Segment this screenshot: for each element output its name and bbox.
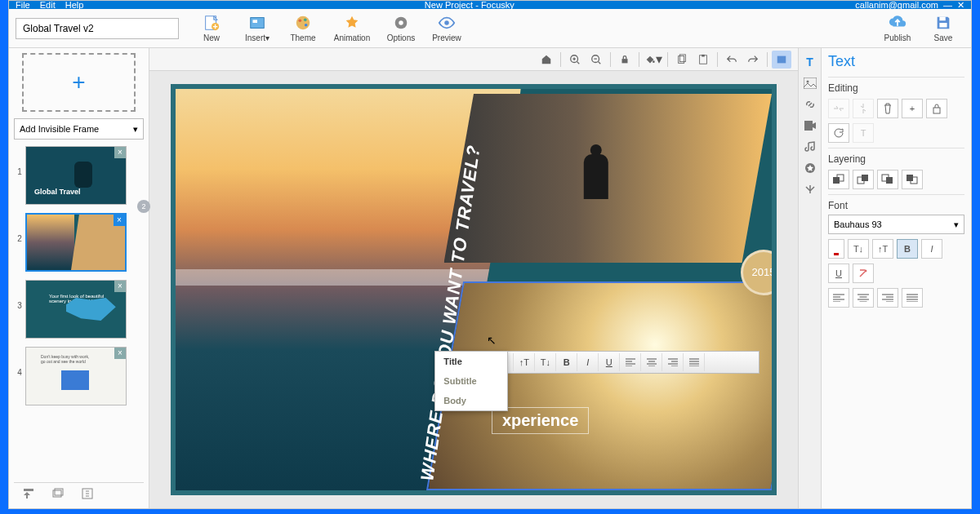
align-right-icon[interactable] xyxy=(662,353,684,371)
menu-edit[interactable]: Edit xyxy=(40,1,56,9)
svg-rect-27 xyxy=(804,121,813,131)
align-justify-button[interactable] xyxy=(902,288,923,308)
train-image[interactable] xyxy=(444,94,772,263)
text-tool-icon[interactable]: T xyxy=(801,53,819,71)
thumb-close-icon[interactable]: × xyxy=(114,147,126,158)
svg-rect-23 xyxy=(702,54,705,56)
slide-thumbnail-3[interactable]: × Your first look of beautiful scenery i… xyxy=(25,280,127,339)
close-icon[interactable]: ✕ xyxy=(957,1,964,9)
bold-button[interactable]: B xyxy=(897,239,918,259)
flip-v-icon[interactable] xyxy=(853,99,874,118)
save-button[interactable]: Save xyxy=(922,11,964,47)
insert-button[interactable]: Insert▾ xyxy=(236,11,278,47)
slide-thumbnail-4[interactable]: × Don't keep busy with work, go out and … xyxy=(25,347,127,405)
menu-help[interactable]: Help xyxy=(65,1,84,9)
reorder-icon[interactable] xyxy=(22,487,35,500)
options-button[interactable]: Options xyxy=(380,11,422,47)
minimize-icon[interactable]: — xyxy=(943,1,952,9)
text-rotate-icon[interactable]: T xyxy=(853,123,874,143)
svg-point-7 xyxy=(305,24,308,27)
text-style-menu: Title Subtitle Body xyxy=(434,351,508,411)
zoom-in-icon[interactable] xyxy=(565,51,585,69)
align-center-button[interactable] xyxy=(853,288,874,308)
svg-point-5 xyxy=(299,19,302,22)
lock-icon[interactable] xyxy=(926,99,947,118)
slides-sidebar: + Add Invisible Frame ▾ 1 × Global Trave… xyxy=(9,48,149,508)
svg-rect-35 xyxy=(886,177,893,184)
bold-icon[interactable]: B xyxy=(556,353,577,371)
thumb-number: 1 xyxy=(14,146,25,176)
theme-button[interactable]: Theme xyxy=(282,11,324,47)
page-badge: 2 xyxy=(137,200,150,213)
slide-thumbnail-2[interactable]: × xyxy=(25,213,127,272)
home-icon[interactable] xyxy=(537,51,556,69)
align-right-button[interactable] xyxy=(877,288,898,308)
add-slide-button[interactable]: + xyxy=(22,53,136,112)
batch-icon[interactable] xyxy=(51,487,65,500)
link-tool-icon[interactable] xyxy=(801,95,819,113)
font-larger-icon[interactable]: ↑T xyxy=(872,239,893,259)
music-tool-icon[interactable] xyxy=(801,138,819,156)
align-left-icon[interactable] xyxy=(620,353,641,371)
thumb-row: 4 × Don't keep busy with work, go out an… xyxy=(14,347,144,405)
flip-h-icon[interactable] xyxy=(828,99,849,118)
paint-bucket-icon[interactable]: ▾ xyxy=(644,51,663,69)
font-smaller-icon[interactable]: T↓ xyxy=(848,239,869,259)
app-window: File Edit Help New Project - Focusky cal… xyxy=(8,0,972,509)
experience-text-box[interactable]: xperience xyxy=(492,407,589,434)
send-backward-icon[interactable] xyxy=(877,170,898,189)
italic-icon[interactable]: I xyxy=(577,353,599,371)
send-back-icon[interactable] xyxy=(902,170,923,189)
image-tool-icon[interactable] xyxy=(801,74,819,92)
menu-file[interactable]: File xyxy=(16,1,30,9)
paste-icon[interactable] xyxy=(693,51,713,69)
ctx-subtitle[interactable]: Subtitle xyxy=(435,371,507,391)
align-left-button[interactable] xyxy=(828,288,849,308)
svg-rect-37 xyxy=(906,175,913,181)
ctx-body[interactable]: Body xyxy=(435,391,507,410)
video-tool-icon[interactable] xyxy=(801,117,819,135)
thumb-close-icon[interactable]: × xyxy=(114,281,126,292)
thumb-close-icon[interactable]: × xyxy=(114,215,125,226)
zoom-out-icon[interactable] xyxy=(586,51,606,69)
animation-button[interactable]: Animation xyxy=(327,11,376,47)
chart-tool-icon[interactable] xyxy=(801,180,819,198)
delete-icon[interactable] xyxy=(877,99,898,118)
new-button[interactable]: New xyxy=(190,11,233,47)
canvas-area[interactable]: WHERE DO YOU WANT TO TRAVEL? xperience 2… xyxy=(149,71,798,508)
increase-font-icon[interactable]: ↑T xyxy=(514,353,535,371)
rotate-icon[interactable] xyxy=(828,123,849,143)
lock-icon[interactable] xyxy=(615,51,635,69)
duplicate-icon[interactable] xyxy=(81,487,94,500)
thumb-close-icon[interactable]: × xyxy=(114,348,126,359)
underline-button[interactable]: U xyxy=(828,264,849,283)
clear-format-icon[interactable] xyxy=(853,264,874,283)
redo-icon[interactable] xyxy=(743,51,763,69)
undo-icon[interactable] xyxy=(722,51,742,69)
copy-icon[interactable] xyxy=(672,51,692,69)
insert-icon xyxy=(248,14,266,32)
add-icon[interactable]: + xyxy=(902,99,923,118)
font-color-icon[interactable] xyxy=(828,239,844,259)
background-icon[interactable] xyxy=(772,51,791,69)
shape-tool-icon[interactable] xyxy=(801,159,819,177)
font-family-select[interactable]: Bauhaus 93 ▾ xyxy=(828,215,964,234)
publish-button[interactable]: Publish xyxy=(876,11,919,47)
bring-forward-icon[interactable] xyxy=(853,170,874,189)
preview-button[interactable]: Preview xyxy=(425,11,468,47)
underline-icon[interactable]: U xyxy=(599,353,620,371)
italic-button[interactable]: I xyxy=(921,239,942,259)
slide-thumbnail-1[interactable]: × Global Travel xyxy=(25,146,127,205)
align-center-icon[interactable] xyxy=(641,353,662,371)
ctx-title[interactable]: Title xyxy=(435,352,507,371)
slide-canvas[interactable]: WHERE DO YOU WANT TO TRAVEL? xperience 2… xyxy=(171,84,777,495)
decrease-font-icon[interactable]: T↓ xyxy=(535,353,556,371)
project-name-input[interactable] xyxy=(16,18,179,39)
add-invisible-frame-dropdown[interactable]: Add Invisible Frame ▾ xyxy=(14,118,144,140)
thumb-row: 1 × Global Travel xyxy=(14,146,144,205)
bring-front-icon[interactable] xyxy=(828,170,849,189)
align-justify-icon[interactable] xyxy=(684,353,705,371)
sidebar-statusbar xyxy=(14,482,144,503)
svg-point-26 xyxy=(806,81,808,83)
user-email[interactable]: callanim@gmail.com xyxy=(855,1,938,9)
